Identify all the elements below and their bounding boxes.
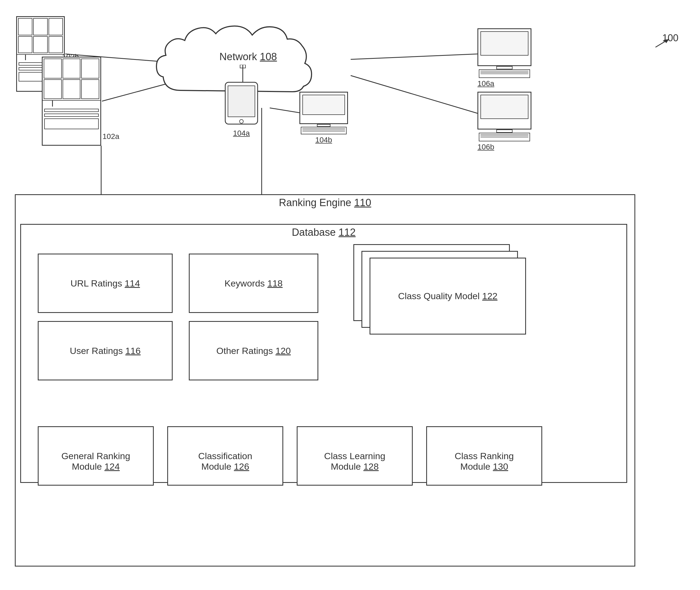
computer-104b: 104b — [299, 92, 348, 144]
user-ratings-box: User Ratings 116 — [38, 321, 173, 380]
general-ranking-module-box: General Ranking Module 124 — [38, 426, 154, 486]
client-106b-label: 106b — [478, 143, 531, 151]
class-learning-module-box: Class Learning Module 128 — [297, 426, 413, 486]
class-ranking-module-box: Class Ranking Module 130 — [426, 426, 542, 486]
svg-rect-11 — [228, 86, 255, 117]
computer-104b-label: 104b — [299, 136, 348, 144]
server-102a-label: 102a — [102, 132, 119, 141]
tablet-104a-label: 104a — [224, 129, 259, 137]
network-label: Network 108 — [219, 51, 277, 63]
svg-line-2 — [351, 54, 478, 59]
other-ratings-box: Other Ratings 120 — [189, 321, 318, 380]
ranking-engine-label: Ranking Engine 110 — [15, 197, 635, 208]
class-quality-model-box: Class Quality Model 122 — [370, 258, 526, 334]
classification-module-box: Classification Module 126 — [167, 426, 283, 486]
svg-line-3 — [351, 76, 478, 113]
computer-106a: 106a — [478, 28, 531, 88]
url-ratings-box: URL Ratings 114 — [38, 254, 173, 313]
computer-106b: 106b — [478, 92, 531, 151]
database-label: Database 112 — [20, 227, 627, 238]
ref-100-label: 100 — [662, 32, 678, 44]
client-106a-label: 106a — [478, 79, 531, 88]
keywords-box: Keywords 118 — [189, 254, 318, 313]
tablet-104a: 104a — [224, 81, 259, 137]
server-102a — [42, 57, 101, 146]
